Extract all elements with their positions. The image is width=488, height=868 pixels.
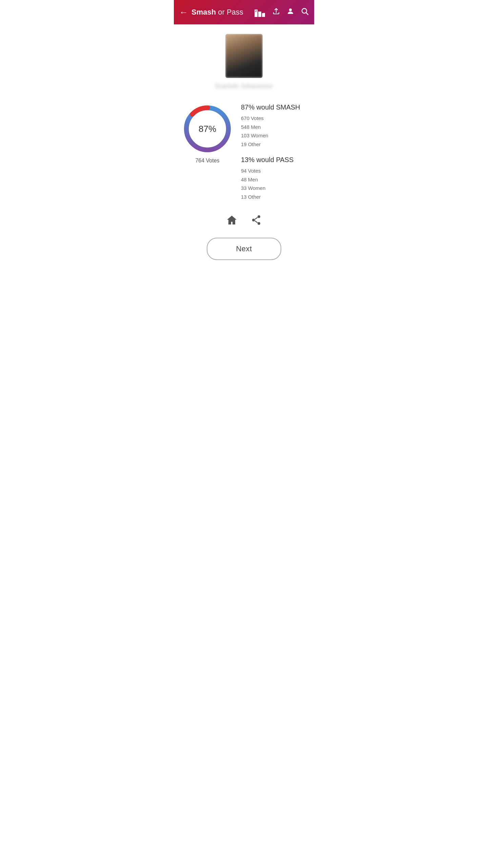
smash-votes: 670 Votes (241, 114, 306, 123)
svg-point-5 (258, 222, 260, 225)
avatar-image (225, 34, 263, 78)
title-bold: Smash (191, 8, 216, 16)
home-button[interactable] (226, 215, 237, 225)
upload-icon[interactable] (272, 7, 280, 17)
header-icons: 1 2 3 (255, 7, 309, 17)
pass-men: 48 Men (241, 175, 306, 184)
donut-chart: 87% (182, 103, 233, 154)
vote-details: 87% would SMASH 670 Votes 548 Men 103 Wo… (241, 103, 306, 201)
profile-avatar (225, 34, 263, 78)
next-button[interactable]: Next (207, 238, 281, 260)
back-button[interactable]: ← (179, 7, 188, 18)
person-icon[interactable] (286, 7, 294, 17)
profile-name: Scarlett Johansson (215, 83, 273, 90)
stats-section: 87% 764 Votes 87% would SMASH 670 Votes … (174, 97, 314, 201)
pass-heading: 13% would PASS (241, 156, 306, 164)
next-section: Next (174, 232, 314, 270)
share-button[interactable] (251, 215, 262, 225)
home-icon (226, 215, 237, 225)
pass-votes: 94 Votes (241, 166, 306, 175)
total-votes-label: 764 Votes (195, 158, 219, 164)
svg-point-4 (252, 219, 255, 221)
action-buttons (174, 201, 314, 232)
smash-other: 19 Other (241, 140, 306, 149)
title-rest: or Pass (216, 8, 243, 16)
donut-chart-wrapper: 87% 764 Votes (182, 103, 233, 164)
svg-line-7 (255, 221, 258, 223)
search-icon[interactable] (301, 7, 309, 17)
svg-line-2 (306, 13, 308, 15)
pass-other: 13 Other (241, 193, 306, 201)
smash-women: 103 Women (241, 131, 306, 140)
share-icon (251, 215, 262, 225)
profile-section: Scarlett Johansson (174, 24, 314, 97)
svg-point-3 (258, 215, 260, 218)
svg-point-0 (289, 8, 292, 11)
app-header: ← Smash or Pass 1 2 3 (174, 0, 314, 24)
page-title: Smash or Pass (191, 8, 255, 17)
donut-center-label: 87% (199, 124, 216, 134)
leaderboard-icon[interactable]: 1 2 3 (255, 7, 266, 17)
svg-line-6 (255, 217, 258, 219)
smash-heading: 87% would SMASH (241, 103, 306, 111)
pass-women: 33 Women (241, 184, 306, 193)
smash-men: 548 Men (241, 123, 306, 132)
